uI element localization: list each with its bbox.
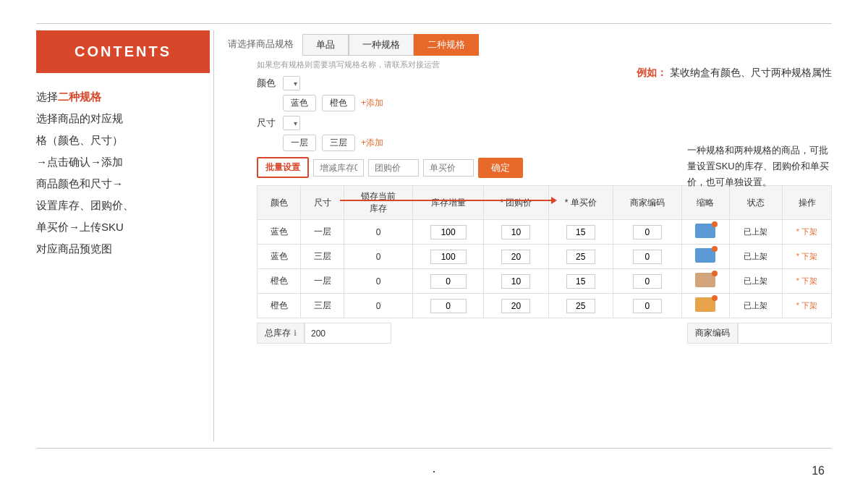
merchant-code-input[interactable]	[741, 327, 828, 340]
top-rule	[36, 23, 832, 24]
cell-action-0[interactable]: * 下架	[783, 220, 832, 245]
page-number: 16	[812, 465, 825, 478]
color-select-wrapper[interactable]	[283, 76, 300, 90]
size-add-btn[interactable]: +添加	[361, 137, 383, 149]
sidebar-line7: 单买价→上传SKU	[36, 221, 124, 233]
total-stock-icon: ℹ	[294, 328, 297, 338]
arrow-line-body	[340, 200, 551, 201]
cell-group-3[interactable]	[484, 294, 548, 318]
cell-thumb-0[interactable]	[682, 220, 730, 245]
single-price-input[interactable]	[423, 159, 474, 177]
cell-merchant-0[interactable]	[613, 220, 681, 245]
highlight-two-spec: 二种规格	[58, 90, 101, 103]
example-label: 例如：	[637, 67, 667, 78]
size-spec-row: 尺寸	[257, 116, 832, 130]
contents-header: CONTENTS	[36, 30, 210, 73]
th-color: 颜色	[258, 186, 301, 220]
size-spec-label: 尺寸	[257, 116, 277, 130]
cell-merchant-3[interactable]	[613, 294, 681, 318]
cell-merchant-1[interactable]	[613, 245, 681, 269]
color-spec-label: 颜色	[257, 77, 277, 90]
example-note: 例如： 某收纳盒有颜色、尺寸两种规格属性	[637, 67, 832, 80]
cell-action-2[interactable]: * 下架	[783, 269, 832, 294]
merchant-code-input-cell[interactable]	[738, 323, 832, 344]
cell-size-0: 一层	[301, 220, 344, 245]
size-select-wrapper[interactable]	[283, 116, 300, 130]
cell-stock-0[interactable]	[413, 220, 484, 245]
group-price-input[interactable]	[368, 159, 419, 177]
total-stock-label: 总库存 ℹ	[257, 323, 305, 344]
cell-stock-3[interactable]	[413, 294, 484, 318]
size-select[interactable]	[283, 116, 300, 130]
vertical-divider	[213, 30, 214, 441]
batch-set-btn[interactable]: 批量设置	[257, 157, 309, 178]
cell-single-0[interactable]	[548, 220, 613, 245]
cell-color-1: 蓝色	[258, 245, 301, 269]
stock-input[interactable]	[313, 159, 364, 177]
tab-one-spec[interactable]: 一种规格	[349, 34, 414, 56]
cell-thumb-1[interactable]	[682, 245, 730, 269]
cell-action-3[interactable]: * 下架	[783, 294, 832, 318]
sku-table: 颜色 尺寸 锁存当前库存 库存增量 * 团购价 * 单买价 商家编码 缩略 状态…	[257, 185, 832, 318]
cell-group-1[interactable]	[484, 245, 548, 269]
color-select[interactable]	[283, 76, 300, 90]
arrow-container	[340, 197, 557, 204]
table-row: 橙色 三层 0 已上架 * 下架	[258, 294, 832, 318]
cell-group-2[interactable]	[484, 269, 548, 294]
total-stock-input-cell[interactable]	[305, 323, 391, 344]
sidebar: CONTENTS 选择二种规格 选择商品的对应规 格（颜色、尺寸） →点击确认→…	[36, 30, 210, 441]
sidebar-line2: 选择商品的对应规	[36, 112, 123, 124]
th-action: 操作	[783, 186, 832, 220]
cell-locked-1: 0	[344, 245, 413, 269]
total-row: 总库存 ℹ 商家编码	[257, 323, 832, 344]
main-content: 请选择商品规格 单品 一种规格 二种规格 如果您有规格则需要填写规格名称，请联系…	[228, 30, 832, 441]
cell-size-1: 三层	[301, 245, 344, 269]
cell-size-2: 一层	[301, 269, 344, 294]
cell-locked-0: 0	[344, 220, 413, 245]
table-row: 橙色 一层 0 已上架 * 下架	[258, 269, 832, 294]
table-row: 蓝色 三层 0 已上架 * 下架	[258, 245, 832, 269]
cell-status-3: 已上架	[729, 294, 782, 318]
th-thumb: 缩略	[682, 186, 730, 220]
product-select-label: 请选择商品规格	[228, 38, 294, 51]
cell-single-2[interactable]	[548, 269, 613, 294]
table-row: 蓝色 一层 0 已上架 * 下架	[258, 220, 832, 245]
arrow-head	[551, 197, 557, 204]
color-tag-blue[interactable]: 蓝色	[283, 95, 316, 111]
cell-single-3[interactable]	[548, 294, 613, 318]
tab-single[interactable]: 单品	[302, 34, 349, 56]
cell-locked-3: 0	[344, 294, 413, 318]
color-tag-orange[interactable]: 橙色	[322, 95, 355, 111]
sidebar-line6: 设置库存、团购价、	[36, 199, 134, 211]
color-spec-section: 颜色 蓝色 橙色 +添加	[257, 76, 832, 111]
cell-merchant-2[interactable]	[613, 269, 681, 294]
size-tag-three[interactable]: 三层	[322, 135, 355, 151]
sku-table-body: 蓝色 一层 0 已上架 * 下架 蓝色 三层 0	[258, 220, 832, 318]
sidebar-text: 选择二种规格 选择商品的对应规 格（颜色、尺寸） →点击确认→添加 商品颜色和尺…	[36, 86, 210, 260]
cell-stock-1[interactable]	[413, 245, 484, 269]
tab-two-spec[interactable]: 二种规格	[414, 34, 479, 56]
cell-single-1[interactable]	[548, 245, 613, 269]
cell-status-2: 已上架	[729, 269, 782, 294]
bottom-rule	[36, 448, 832, 449]
tabs-row: 单品 一种规格 二种规格	[302, 34, 479, 56]
total-stock-input[interactable]	[308, 327, 380, 340]
color-tags-row: 蓝色 橙色 +添加	[257, 95, 832, 111]
center-dot: .	[432, 461, 435, 476]
cell-group-0[interactable]	[484, 220, 548, 245]
sidebar-line5: 商品颜色和尺寸→	[36, 177, 123, 190]
sidebar-line4: →点击确认→添加	[36, 156, 123, 168]
cell-action-1[interactable]: * 下架	[783, 245, 832, 269]
size-tag-one[interactable]: 一层	[283, 135, 316, 151]
color-add-btn[interactable]: +添加	[361, 97, 383, 109]
cell-size-3: 三层	[301, 294, 344, 318]
th-size: 尺寸	[301, 186, 344, 220]
sidebar-line8: 对应商品预览图	[36, 242, 112, 255]
cell-thumb-3[interactable]	[682, 294, 730, 318]
confirm-btn[interactable]: 确定	[478, 158, 523, 178]
cell-thumb-2[interactable]	[682, 269, 730, 294]
cell-stock-2[interactable]	[413, 269, 484, 294]
cell-status-0: 已上架	[729, 220, 782, 245]
right-annotation: 一种规格和两种规格的商品，可批量设置SKU的库存、团购价和单买价，也可单独设置。	[687, 143, 832, 190]
total-spacer	[391, 323, 687, 344]
